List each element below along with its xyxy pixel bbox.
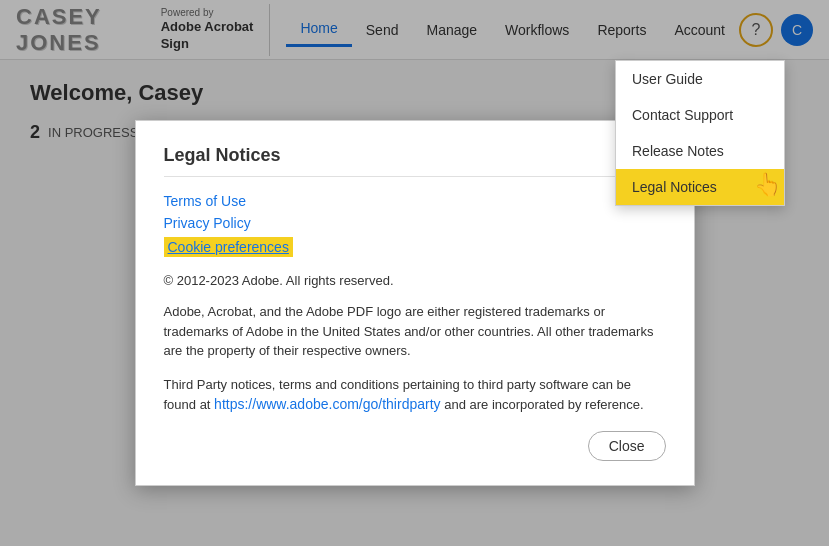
third-party-link[interactable]: https://www.adobe.com/go/thirdparty bbox=[214, 396, 440, 412]
dropdown-legal-notices[interactable]: Legal Notices bbox=[616, 169, 784, 205]
third-party-text: Third Party notices, terms and condition… bbox=[164, 375, 666, 416]
trademark-text: Adobe, Acrobat, and the Adobe PDF logo a… bbox=[164, 302, 666, 361]
modal-footer: Close bbox=[164, 431, 666, 461]
third-party-suffix: and are incorporated by reference. bbox=[441, 397, 644, 412]
terms-of-use-link[interactable]: Terms of Use bbox=[164, 193, 666, 209]
dropdown-contact-support[interactable]: Contact Support bbox=[616, 97, 784, 133]
legal-notices-modal: Legal Notices Terms of Use Privacy Polic… bbox=[135, 120, 695, 486]
close-button[interactable]: Close bbox=[588, 431, 666, 461]
dropdown-user-guide[interactable]: User Guide bbox=[616, 61, 784, 97]
privacy-policy-link[interactable]: Privacy Policy bbox=[164, 215, 666, 231]
dropdown-menu: User Guide Contact Support Release Notes… bbox=[615, 60, 785, 206]
dropdown-release-notes[interactable]: Release Notes bbox=[616, 133, 784, 169]
copyright-text: © 2012-2023 Adobe. All rights reserved. bbox=[164, 273, 666, 288]
cookie-preferences-link[interactable]: Cookie preferences bbox=[164, 237, 293, 257]
modal-title: Legal Notices bbox=[164, 145, 666, 177]
